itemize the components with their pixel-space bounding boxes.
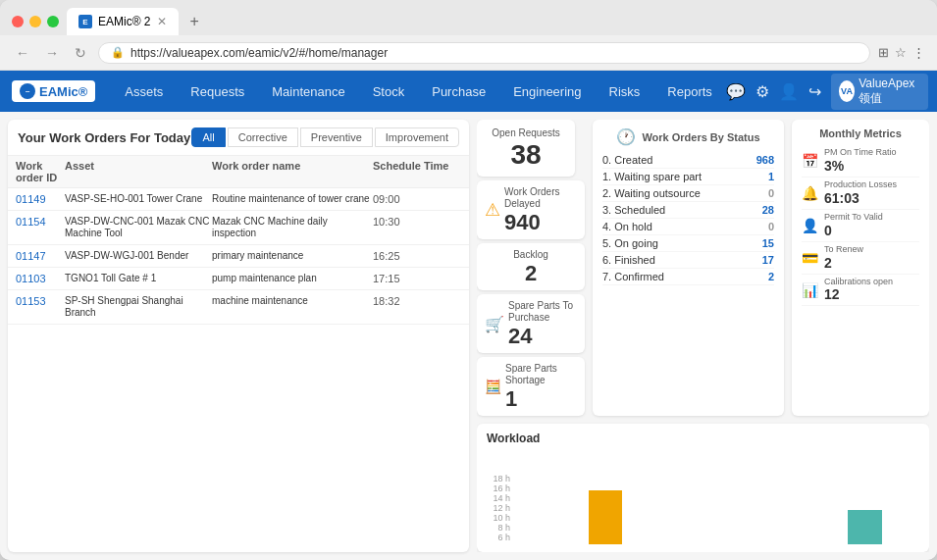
spare-parts-shortage-value: 1 bbox=[505, 388, 577, 410]
spare-parts-shortage-card: 🧮 Spare Parts Shortage 1 bbox=[477, 357, 585, 416]
y-axis: 18 h16 h14 h12 h10 h8 h6 h bbox=[487, 474, 510, 544]
logo-text: EAMic® bbox=[39, 84, 87, 99]
monthly-title: Monthly Metrics bbox=[802, 127, 919, 139]
monthly-label: PM On Time Ratio bbox=[824, 148, 919, 158]
app-nav: ~ EAMic® Assets Requests Maintenance Sto… bbox=[0, 71, 937, 112]
row-time: 09:00 bbox=[373, 193, 461, 205]
open-requests-label: Open Requests bbox=[492, 127, 560, 139]
table-row[interactable]: 01149 VASP-SE-HO-001 Tower Crane Routine… bbox=[8, 188, 469, 211]
nav-items: Assets Requests Maintenance Stock Purcha… bbox=[111, 71, 726, 112]
status-row: 1. Waiting spare part 1 bbox=[602, 169, 774, 185]
reload-button[interactable]: ↻ bbox=[71, 43, 90, 63]
row-id: 01154 bbox=[16, 216, 65, 228]
nav-engineering[interactable]: Engineering bbox=[499, 71, 595, 112]
row-asset: VASP-SE-HO-001 Tower Crane bbox=[65, 193, 212, 205]
row-time: 16:25 bbox=[373, 250, 461, 262]
table-body: 01149 VASP-SE-HO-001 Tower Crane Routine… bbox=[8, 188, 469, 552]
table-row[interactable]: 01154 VASP-DW-CNC-001 Mazak CNC Machine … bbox=[8, 211, 469, 245]
bookmark-icon[interactable]: ☆ bbox=[895, 45, 907, 60]
table-row[interactable]: 01147 VASP-DW-WGJ-001 Bender primary mai… bbox=[8, 245, 469, 268]
nav-reports[interactable]: Reports bbox=[653, 71, 726, 112]
minimize-button[interactable] bbox=[29, 16, 41, 27]
status-label: 0. Created bbox=[602, 154, 652, 166]
status-row: 4. On hold 0 bbox=[602, 219, 774, 235]
delayed-label: Work Orders Delayed bbox=[504, 186, 577, 210]
spare-parts-shortage-label: Spare Parts Shortage bbox=[505, 363, 577, 386]
monthly-icon-2: 👤 bbox=[802, 218, 818, 233]
status-row: 6. Finished 17 bbox=[602, 252, 774, 269]
nav-maintenance[interactable]: Maintenance bbox=[258, 71, 358, 112]
clock-icon: 🕐 bbox=[616, 127, 636, 146]
status-row: 0. Created 968 bbox=[602, 152, 774, 169]
maximize-button[interactable] bbox=[47, 16, 59, 27]
status-label: 5. On going bbox=[602, 237, 658, 249]
app-logo[interactable]: ~ EAMic® bbox=[12, 80, 95, 102]
row-asset: SP-SH Shengpai Shanghai Branch bbox=[65, 295, 212, 319]
warning-icon: ⚠ bbox=[485, 199, 500, 221]
workload-title: Workload bbox=[487, 432, 919, 445]
va-logo: VA bbox=[839, 80, 855, 102]
monthly-label: Calibrations open bbox=[824, 278, 919, 287]
filter-tabs: All Corrective Preventive Improvement bbox=[191, 127, 459, 147]
status-count: 2 bbox=[768, 271, 774, 282]
monthly-content: Permit To Valid 0 bbox=[824, 213, 919, 238]
bar-group bbox=[848, 510, 882, 544]
filter-all[interactable]: All bbox=[191, 127, 225, 147]
spare-parts-purchase-value: 24 bbox=[508, 326, 577, 347]
close-button[interactable] bbox=[12, 16, 24, 27]
nav-assets[interactable]: Assets bbox=[111, 71, 177, 112]
monthly-card: Monthly Metrics 📅 PM On Time Ratio 3% 🔔 … bbox=[792, 120, 929, 416]
nav-right: 💬 ⚙ 👤 ↪ VA ValueApex 领值 bbox=[726, 74, 928, 110]
row-name: Routine maintenance of tower crane bbox=[212, 193, 373, 205]
filter-improvement[interactable]: Improvement bbox=[375, 127, 459, 147]
y-axis-label: 6 h bbox=[487, 533, 510, 542]
forward-button[interactable]: → bbox=[41, 43, 63, 63]
right-panels: Open Requests 38 ⚠ Work Orders Delayed 9… bbox=[477, 120, 929, 552]
valueapex-badge: VA ValueApex 领值 bbox=[831, 74, 928, 110]
status-row: 5. On going 15 bbox=[602, 235, 774, 252]
filter-preventive[interactable]: Preventive bbox=[300, 127, 373, 147]
extensions-icon[interactable]: ⊞ bbox=[878, 45, 889, 60]
y-axis-label: 8 h bbox=[487, 523, 510, 533]
user-icon[interactable]: 👤 bbox=[779, 82, 799, 101]
status-row: 7. Confirmed 2 bbox=[602, 269, 774, 285]
col-id: Work order ID bbox=[16, 160, 65, 183]
filter-corrective[interactable]: Corrective bbox=[228, 127, 298, 147]
status-label: 6. Finished bbox=[602, 254, 655, 266]
monthly-content: Calibrations open 12 bbox=[824, 278, 919, 303]
monthly-icon-3: 💳 bbox=[802, 250, 818, 266]
settings-icon[interactable]: ⋮ bbox=[912, 45, 925, 60]
monthly-icon-0: 📅 bbox=[802, 153, 818, 169]
table-row[interactable]: 01103 TGNO1 Toll Gate # 1 pump maintenan… bbox=[8, 268, 469, 290]
new-tab-button[interactable]: + bbox=[190, 13, 199, 30]
tab-close-button[interactable]: ✕ bbox=[157, 15, 167, 28]
status-label: 4. On hold bbox=[602, 221, 652, 232]
nav-stock[interactable]: Stock bbox=[359, 71, 419, 112]
app-content: ~ EAMic® Assets Requests Maintenance Sto… bbox=[0, 71, 937, 560]
settings-nav-icon[interactable]: ⚙ bbox=[755, 82, 769, 101]
tab-favicon: E bbox=[78, 15, 92, 28]
calculator-icon: 🧮 bbox=[485, 379, 501, 394]
status-label: 1. Waiting spare part bbox=[602, 171, 702, 182]
nav-risks[interactable]: Risks bbox=[596, 71, 654, 112]
work-orders-panel: Your Work Orders For Today All Correctiv… bbox=[8, 120, 469, 552]
row-id: 01149 bbox=[16, 193, 65, 205]
address-bar[interactable]: 🔒 https://valueapex.com/eamic/v2/#/home/… bbox=[98, 42, 870, 64]
logo-circle: ~ bbox=[20, 83, 35, 99]
open-requests-card: Open Requests 38 bbox=[477, 120, 575, 177]
monthly-value: 2 bbox=[824, 255, 919, 271]
back-button[interactable]: ← bbox=[12, 43, 33, 63]
monthly-list: 📅 PM On Time Ratio 3% 🔔 Production Losse… bbox=[802, 145, 919, 306]
browser-tab[interactable]: E EAMic® 2 ✕ bbox=[67, 8, 179, 35]
table-row[interactable]: 01153 SP-SH Shengpai Shanghai Branch mac… bbox=[8, 290, 469, 325]
chat-icon[interactable]: 💬 bbox=[726, 82, 746, 101]
main-layout: Your Work Orders For Today All Correctiv… bbox=[0, 112, 937, 560]
monthly-metric: 📅 PM On Time Ratio 3% bbox=[802, 145, 919, 178]
col-time: Schedule Time bbox=[373, 160, 461, 183]
row-asset: TGNO1 Toll Gate # 1 bbox=[65, 273, 212, 284]
bar-seg-teal bbox=[848, 510, 882, 544]
nav-requests[interactable]: Requests bbox=[177, 71, 258, 112]
nav-purchase[interactable]: Purchase bbox=[418, 71, 499, 112]
logout-icon[interactable]: ↪ bbox=[808, 82, 821, 101]
status-count: 0 bbox=[768, 187, 774, 199]
